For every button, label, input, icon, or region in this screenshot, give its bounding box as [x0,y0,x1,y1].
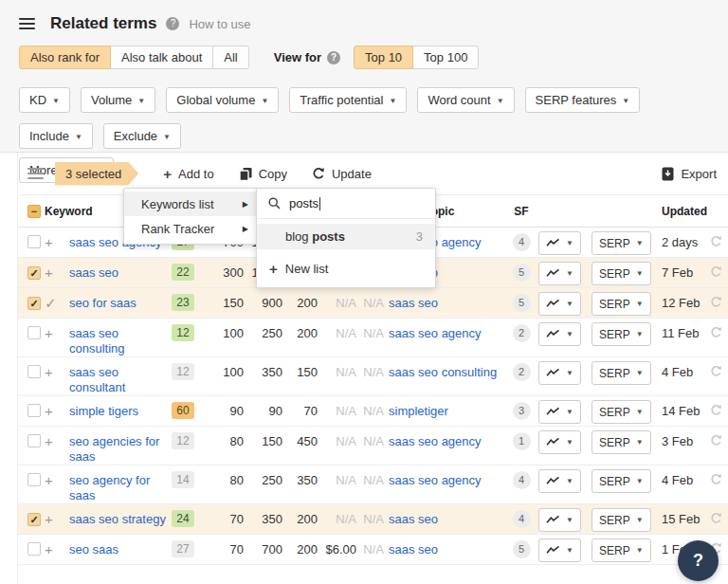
position-history-button[interactable]: ▼ [538,262,581,285]
row-checkbox[interactable] [27,542,41,556]
export-button[interactable]: Export [662,167,717,181]
support-chat-button[interactable]: ? [678,540,719,581]
row-checkbox[interactable] [27,404,41,417]
filter-kd-button[interactable]: KD▼ [19,87,70,113]
parent-topic-link[interactable]: simpletiger [389,404,448,418]
row-refresh-icon[interactable] [710,396,728,419]
parent-topic-link[interactable]: saas seo agency [389,434,482,448]
menu-toggle-icon[interactable] [19,18,35,29]
filter-global-volume-button[interactable]: Global volume▼ [166,87,279,113]
how-to-use-link[interactable]: How to use [189,17,250,31]
keyword-link[interactable]: saas seo consulting [69,326,125,356]
cpc-value: N/A [318,465,356,487]
position-history-button[interactable]: ▼ [538,231,581,255]
row-checkbox[interactable] [27,434,41,447]
column-header-sf[interactable]: SF [504,205,538,218]
add-keyword-button[interactable]: + [45,472,53,488]
serp-button[interactable]: SERP▼ [592,292,651,316]
row-refresh-icon[interactable] [710,357,728,380]
serp-button[interactable]: SERP▼ [592,538,651,562]
add-keyword-button[interactable]: ✓ [45,295,57,311]
position-history-button[interactable]: ▼ [538,538,581,562]
position-history-button[interactable]: ▼ [538,469,581,493]
position-history-button[interactable]: ▼ [538,430,581,454]
serp-button[interactable]: SERP▼ [592,262,651,285]
menu-item-rank-tracker[interactable]: Rank Tracker▶ [124,216,257,241]
serp-button[interactable]: SERP▼ [592,231,651,255]
add-keyword-button[interactable]: + [45,403,53,419]
row-refresh-icon[interactable] [710,228,728,250]
row-refresh-icon[interactable] [710,319,728,341]
parent-topic-link[interactable]: saas seo agency [389,473,482,487]
selected-count-badge[interactable]: 3 selected [55,162,138,186]
parent-topic-link[interactable]: saas seo [389,542,438,557]
update-button[interactable]: Update [312,167,372,181]
add-keyword-button[interactable]: + [45,325,53,341]
add-keyword-button[interactable]: + [45,433,53,449]
row-refresh-icon[interactable] [710,504,728,527]
serp-button[interactable]: SERP▼ [592,400,651,424]
filter-serp-features-button[interactable]: SERP features▼ [525,87,641,113]
add-keyword-button[interactable]: + [45,234,53,250]
add-keyword-button[interactable]: + [45,541,53,557]
parent-topic-link[interactable]: saas seo agency [389,326,482,340]
select-all-checkbox[interactable] [27,205,41,218]
list-option-blog-posts[interactable]: blog posts 3 [257,224,435,249]
serp-button[interactable]: SERP▼ [592,469,651,493]
keyword-link[interactable]: saas seo consultant [69,365,125,394]
filter-volume-button[interactable]: Volume▼ [81,87,155,113]
parent-topic-link[interactable]: saas seo [389,296,438,310]
serp-button[interactable]: SERP▼ [592,361,651,385]
filter-traffic-potential-button[interactable]: Traffic potential▼ [289,87,407,113]
copy-button[interactable]: Copy [239,167,287,181]
keyword-link[interactable]: seo for saas [69,296,136,310]
list-search-input[interactable]: posts [257,189,435,219]
filter-word-count-button[interactable]: Word count▼ [417,87,514,113]
column-header-updated[interactable]: Updated [658,205,710,218]
new-list-button[interactable]: + New list [257,256,435,282]
position-history-button[interactable]: ▼ [538,292,581,316]
tab-top-100[interactable]: Top 100 [412,46,479,69]
parent-topic-link[interactable]: saas seo consulting [389,365,497,379]
position-history-button[interactable]: ▼ [538,361,581,385]
add-to-button[interactable]: + Add to [163,166,213,182]
tab-also-rank-for[interactable]: Also rank for [19,46,111,69]
serp-button[interactable]: SERP▼ [592,322,651,346]
position-history-button[interactable]: ▼ [538,400,581,424]
filter-exclude-button[interactable]: Exclude▼ [103,123,181,149]
keyword-link[interactable]: seo saas [69,542,118,557]
position-history-button[interactable]: ▼ [538,508,581,532]
keyword-link[interactable]: simple tigers [69,404,138,418]
row-checkbox[interactable] [27,326,41,339]
row-checkbox[interactable] [27,235,41,248]
parent-topic-link[interactable]: saas seo [389,512,438,526]
row-refresh-icon[interactable] [710,288,728,311]
row-refresh-icon[interactable] [710,258,728,281]
row-checkbox[interactable] [27,513,41,526]
keyword-link[interactable]: seo agency for saas [69,473,150,502]
serp-button[interactable]: SERP▼ [592,508,651,532]
position-history-button[interactable]: ▼ [538,322,581,346]
menu-item-keywords-list[interactable]: Keywords list▶ [124,192,257,216]
row-refresh-icon[interactable] [710,427,728,449]
row-checkbox[interactable] [27,365,41,378]
keyword-link[interactable]: seo agencies for saas [69,434,159,464]
help-question-icon[interactable]: ? [166,17,179,30]
row-refresh-icon[interactable] [710,465,728,488]
scope-tabs: Also rank for Also talk about All [19,46,249,69]
add-keyword-button[interactable]: + [45,511,53,527]
row-checkbox[interactable] [27,266,41,280]
view-for-help-icon[interactable]: ? [327,51,340,64]
serp-button[interactable]: SERP▼ [592,430,651,454]
row-checkbox[interactable] [27,473,41,486]
add-keyword-button[interactable]: + [45,265,53,281]
tab-all[interactable]: All [212,46,248,69]
table-options-icon[interactable] [27,168,44,179]
keyword-link[interactable]: saas seo [69,265,118,280]
tab-also-talk-about[interactable]: Also talk about [110,46,213,69]
keyword-link[interactable]: saas seo strategy [69,512,166,526]
add-keyword-button[interactable]: + [45,364,53,380]
filter-include-button[interactable]: Include▼ [19,123,93,149]
row-checkbox[interactable] [27,297,41,310]
tab-top-10[interactable]: Top 10 [354,46,413,69]
